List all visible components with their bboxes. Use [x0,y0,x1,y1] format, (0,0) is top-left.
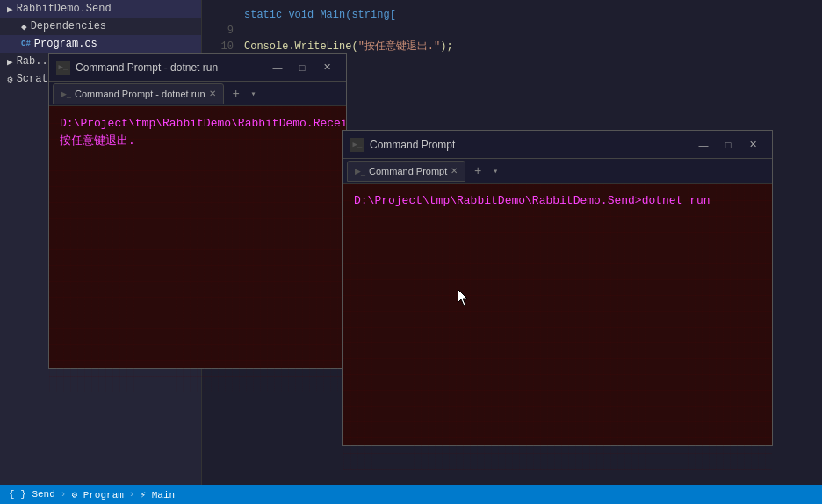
sidebar-item-programcs[interactable]: C# Program.cs [0,35,201,53]
sidebar-item-label: Program.cs [34,38,97,50]
cmd-body-2: D:\Project\tmp\RabbitDemo\RabbitDemo.Sen… [343,184,772,470]
cmd-tabbar-1: ▶_ Command Prompt - dotnet run ✕ + ▾ [49,82,346,106]
folder-icon: ◆ [21,21,27,32]
new-tab-button-1[interactable]: + [226,83,247,104]
close-button-2[interactable]: ✕ [740,133,765,157]
cmd-titlebar-1: ▶_ Command Prompt - dotnet run — □ ✕ [49,54,346,82]
cmd-tab-label-2: Command Prompt [369,166,447,176]
cmd-title-1: Command Prompt - dotnet run [76,61,265,74]
code-line-2: 9 [202,23,453,39]
tab-icon-2: ▶_ [355,167,365,176]
tab-close-btn-1[interactable]: ✕ [209,89,216,98]
cmd-body-1: D:\Project\tmp\RabbitDemo\RabbitDemo.Rec… [49,106,346,392]
maximize-button-1[interactable]: □ [290,55,314,80]
status-main[interactable]: ⚡ Main [140,489,175,500]
tab-icon-1: ▶_ [61,90,71,98]
cmd-tab-2[interactable]: ▶_ Command Prompt ✕ [347,161,465,182]
cmd-app-icon-1: ▶_ [56,61,70,75]
cmd-output-2: D:\Project\tmp\RabbitDemo\RabbitDemo.Sen… [354,192,761,210]
tab-dropdown-2[interactable]: ▾ [488,161,502,182]
gear-icon: ⚙ [7,74,13,85]
status-program[interactable]: ⚙ Program [71,489,123,500]
sidebar-item-dependencies[interactable]: ◆ Dependencies [0,18,201,35]
status-bar: { } Send › ⚙ Program › ⚡ Main [0,485,822,504]
cmd-app-icon-2: ▶_ [350,138,364,152]
status-branch[interactable]: { } Send [9,489,55,500]
csharp-icon: C# [21,40,31,48]
new-tab-button-2[interactable]: + [467,161,488,182]
sidebar-item-rabbitmq-send[interactable]: ▶ RabbitDemo.Send [0,0,201,18]
cmd-titlebar-2: ▶_ Command Prompt — □ ✕ [343,131,772,159]
cmd-title-2: Command Prompt [370,139,691,151]
sidebar-item-label: RabbitDemo.Send [17,3,112,15]
code-text: static void Main(string[ [244,7,396,23]
close-button-1[interactable]: ✕ [314,55,339,80]
svg-marker-0 [458,289,467,306]
cmd-tab-label-1: Command Prompt - dotnet run [75,89,206,99]
cmd-tabbar-2: ▶_ Command Prompt ✕ + ▾ [343,159,772,184]
cmd-window-1: ▶_ Command Prompt - dotnet run — □ ✕ ▶_ … [48,53,347,369]
maximize-button-2[interactable]: □ [716,133,740,157]
minimize-button-1[interactable]: — [265,55,290,80]
tab-dropdown-1[interactable]: ▾ [247,83,261,104]
line-number: 9 [209,23,234,39]
expand-icon-2: ▶ [7,56,13,68]
expand-icon: ▶ [7,4,13,15]
sidebar-item-label: Dependencies [31,20,106,32]
cmd-output-1: D:\Project\tmp\RabbitDemo\RabbitDemo.Rec… [60,115,335,149]
cmd-window-2: ▶_ Command Prompt — □ ✕ ▶_ Command Promp… [342,130,773,446]
minimize-button-2[interactable]: — [691,133,716,157]
status-sep-1: › [61,489,67,500]
status-sep-2: › [129,489,135,500]
tab-close-btn-2[interactable]: ✕ [451,166,458,176]
mouse-cursor [458,289,470,311]
line-number [209,7,234,23]
code-line-1: static void Main(string[ [202,7,453,23]
cmd-tab-1[interactable]: ▶_ Command Prompt - dotnet run ✕ [53,83,224,104]
